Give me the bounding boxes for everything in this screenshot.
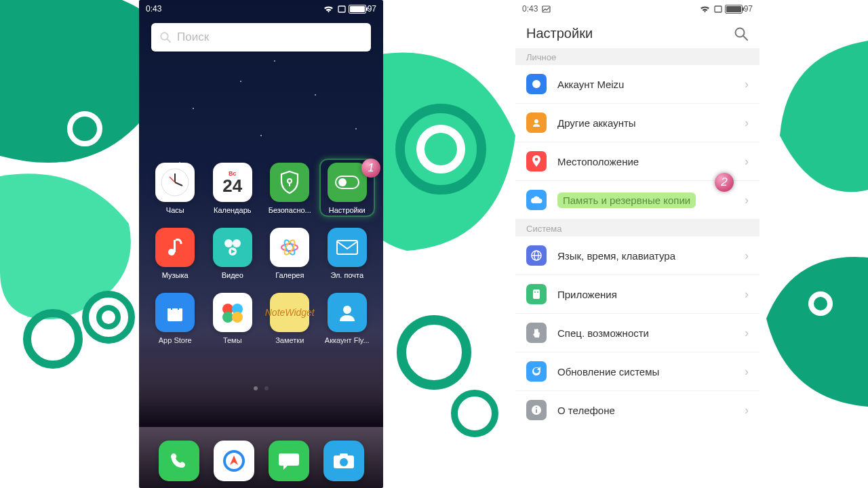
mail-icon	[328, 228, 367, 267]
bag-icon	[155, 293, 195, 332]
chevron-right-icon: ›	[745, 365, 749, 379]
svg-rect-54	[340, 453, 348, 457]
step2-highlight: Память и резервные копии	[557, 192, 696, 208]
row-storage-backup[interactable]: Память и резервные копии › 2	[515, 181, 760, 220]
svg-line-26	[167, 39, 171, 43]
battery-icon: 97	[725, 4, 753, 14]
svg-point-15	[220, 33, 221, 35]
svg-point-11	[454, 393, 495, 434]
row-meizu-account[interactable]: Аккаунт Meizu ›	[515, 65, 760, 104]
dock-camera[interactable]	[323, 441, 364, 481]
battery-icon: 97	[349, 4, 376, 14]
settings-title: Настройки	[526, 26, 593, 41]
app-themes[interactable]: Темы	[209, 293, 257, 344]
app-gallery[interactable]: Галерея	[266, 228, 314, 279]
svg-point-31	[288, 179, 292, 183]
app-notes[interactable]: NoteWidgetЗаметки	[266, 293, 314, 344]
page-indicator	[139, 386, 383, 390]
row-other-accounts[interactable]: Другие аккаунты ›	[515, 104, 760, 142]
svg-point-7	[85, 294, 132, 340]
meizu-icon	[526, 74, 547, 94]
status-time: 0:43	[522, 4, 538, 14]
svg-point-71	[536, 407, 537, 408]
page-dot-active	[254, 386, 258, 390]
svg-point-21	[355, 128, 357, 129]
app-calendar[interactable]: Вс24Календарь	[209, 163, 257, 214]
app-email[interactable]: Эл. почта	[323, 228, 372, 279]
svg-rect-44	[337, 241, 357, 254]
sim-icon	[338, 5, 346, 13]
wifi-icon	[700, 5, 710, 13]
search-icon	[159, 31, 172, 43]
row-apps[interactable]: Приложения ›	[515, 275, 760, 314]
dock-messages[interactable]	[269, 441, 309, 481]
status-bar: 0:43 97	[139, 0, 383, 16]
themes-icon	[213, 293, 252, 332]
svg-rect-66	[533, 289, 540, 299]
chevron-right-icon: ›	[745, 403, 749, 418]
shield-icon	[270, 163, 309, 202]
hand-icon	[526, 323, 547, 343]
status-time: 0:43	[146, 4, 161, 14]
svg-point-41	[281, 244, 298, 251]
row-about-phone[interactable]: О телефоне ›	[515, 391, 760, 429]
chevron-right-icon: ›	[745, 77, 749, 92]
cloud-icon	[526, 190, 547, 210]
phone-settings-screen: 0:43 97 Настройки Личное Аккаунт Meizu ›…	[515, 0, 760, 488]
globe-icon	[526, 245, 547, 266]
svg-point-67	[534, 291, 536, 293]
svg-point-47	[222, 312, 233, 323]
svg-point-19	[193, 108, 194, 109]
svg-point-9	[401, 320, 467, 385]
svg-rect-70	[536, 409, 537, 413]
music-icon	[155, 228, 195, 267]
svg-point-16	[274, 60, 275, 62]
app-video[interactable]: Видео	[209, 228, 257, 279]
row-language-time[interactable]: Язык, время, клавиатура ›	[515, 237, 760, 275]
person-icon	[526, 113, 547, 133]
row-accessibility[interactable]: Спец. возможности ›	[515, 314, 760, 352]
battery-pct: 97	[744, 4, 753, 14]
dock-browser[interactable]	[214, 441, 254, 481]
app-flyme-account[interactable]: Аккаунт Fly...	[323, 293, 372, 344]
svg-point-6	[42, 328, 64, 350]
location-icon	[526, 151, 547, 171]
svg-point-5	[27, 313, 79, 365]
wifi-icon	[323, 5, 334, 13]
dock-phone[interactable]	[159, 441, 199, 481]
battery-pct: 97	[368, 4, 376, 14]
svg-point-20	[260, 135, 262, 136]
notes-icon: NoteWidget	[270, 293, 309, 332]
step-bubble-2: 2	[715, 173, 734, 192]
svg-point-62	[535, 158, 538, 161]
app-grid: Часы Вс24Календарь Безопасно... Настройк…	[139, 163, 383, 344]
svg-rect-56	[542, 6, 550, 12]
account-icon	[328, 293, 367, 332]
settings-header: Настройки	[515, 16, 760, 48]
section-personal: Личное	[515, 48, 760, 65]
chevron-right-icon: ›	[745, 249, 749, 263]
search-icon[interactable]	[734, 26, 749, 41]
step-bubble-1: 1	[361, 159, 380, 178]
svg-point-68	[537, 291, 538, 293]
sim-icon	[714, 5, 722, 13]
dock	[139, 441, 383, 481]
row-system-update[interactable]: Обновление системы ›	[515, 352, 760, 391]
svg-point-23	[240, 81, 241, 82]
chevron-right-icon: ›	[745, 326, 749, 340]
svg-point-37	[224, 239, 233, 247]
clock-icon	[155, 163, 195, 202]
svg-point-60	[532, 80, 540, 88]
section-system: Система	[515, 220, 760, 237]
status-bar: 0:43 97	[515, 0, 760, 16]
svg-point-49	[343, 306, 351, 314]
app-clock[interactable]: Часы	[151, 163, 199, 214]
svg-point-8	[99, 308, 118, 327]
app-music[interactable]: Музыка	[151, 228, 199, 279]
update-icon	[526, 361, 547, 382]
app-security[interactable]: Безопасно...	[266, 163, 314, 214]
chevron-right-icon: ›	[745, 155, 749, 169]
svg-rect-36	[174, 240, 176, 252]
app-appstore[interactable]: App Store	[151, 293, 199, 344]
svg-point-10	[419, 338, 449, 367]
